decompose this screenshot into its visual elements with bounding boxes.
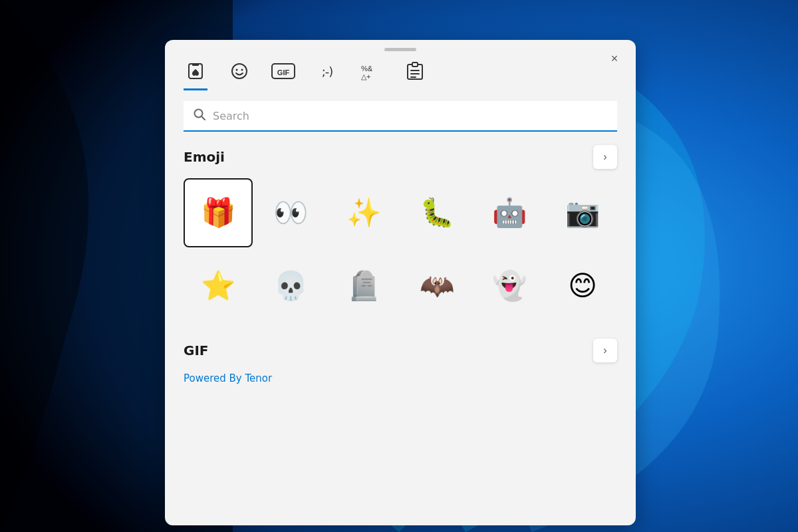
emoji-cell-sparkles[interactable]: ✨ <box>329 178 398 247</box>
tab-gif-icon: GIF <box>271 59 295 83</box>
gif-section-header: GIF › <box>184 338 617 362</box>
emoji-cell-smiling-face[interactable]: 😊 <box>548 251 617 321</box>
emoji-cell-bat[interactable]: 🦇 <box>402 251 471 321</box>
search-icon <box>193 108 206 124</box>
emoji-cell-headstone[interactable]: 🪦 <box>329 251 398 321</box>
tab-clipboard[interactable] <box>403 59 427 90</box>
gif-section: GIF › Powered By Tenor <box>184 338 617 384</box>
emoji-cell-eyes[interactable]: 👀 <box>257 178 326 247</box>
emoji-cell-ghost[interactable]: 👻 <box>475 251 545 321</box>
search-input[interactable] <box>213 110 608 122</box>
emoji-cell-robot[interactable]: 🤖 <box>475 178 545 247</box>
svg-text:%&: %& <box>361 65 373 72</box>
emoji-cell-camera-with-flash[interactable]: 📷 <box>548 178 617 247</box>
svg-point-3 <box>232 64 247 78</box>
tab-symbols-icon: %& △+ <box>359 59 383 83</box>
emoji-section-header: Emoji › <box>184 145 617 169</box>
emoji-cell-gift[interactable]: 🎁 <box>184 178 253 247</box>
svg-point-4 <box>236 69 238 71</box>
svg-text:GIF: GIF <box>277 68 290 76</box>
tab-favorites-icon <box>184 59 207 83</box>
drag-handle <box>384 48 416 51</box>
emoji-cell-skull[interactable]: 💀 <box>257 251 326 321</box>
emoji-picker-panel: × <box>165 40 636 525</box>
tab-kaomoji-icon: ;-) <box>315 59 339 83</box>
svg-rect-11 <box>412 63 418 66</box>
svg-text:△+: △+ <box>361 72 370 80</box>
close-button[interactable]: × <box>605 49 624 68</box>
search-container <box>165 90 636 132</box>
tab-symbols[interactable]: %& △+ <box>359 59 383 90</box>
tab-emoji[interactable] <box>227 59 251 90</box>
tab-gif[interactable]: GIF <box>271 59 295 90</box>
powered-by-tenor[interactable]: Powered By Tenor <box>184 372 272 384</box>
svg-line-16 <box>201 116 205 120</box>
emoji-section-arrow-button[interactable]: › <box>593 145 617 169</box>
emoji-cell-caterpillar[interactable]: 🐛 <box>402 178 471 247</box>
content-area: Emoji › 🎁👀✨🐛🤖📷⭐💀🪦🦇👻😊 GIF › Powered By Te… <box>165 132 636 525</box>
tab-favorites[interactable] <box>184 59 207 90</box>
drag-handle-bar <box>165 40 636 54</box>
svg-point-5 <box>241 69 243 71</box>
gif-section-arrow-button[interactable]: › <box>593 338 617 362</box>
emoji-section-title: Emoji <box>184 149 225 165</box>
emoji-grid: 🎁👀✨🐛🤖📷⭐💀🪦🦇👻😊 <box>184 178 617 320</box>
tabs-bar: GIF ;-) %& △+ <box>165 54 636 90</box>
tab-kaomoji[interactable]: ;-) <box>315 59 339 90</box>
search-box <box>184 101 617 132</box>
tab-emoji-icon <box>227 59 251 83</box>
emoji-cell-star[interactable]: ⭐ <box>184 251 253 321</box>
gif-section-title: GIF <box>184 342 209 358</box>
tab-clipboard-icon <box>403 59 427 83</box>
